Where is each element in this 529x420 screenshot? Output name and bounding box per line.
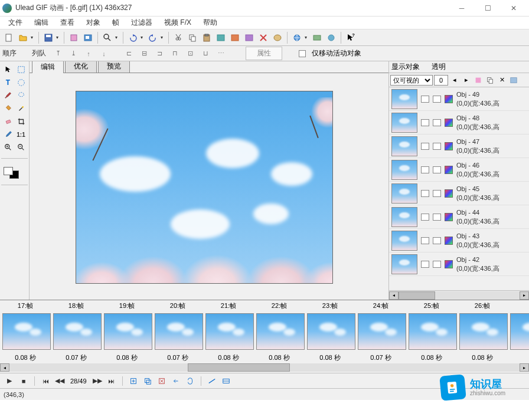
- menu-videofx[interactable]: 视频 F/X: [158, 17, 197, 29]
- frame-scroll-right-icon[interactable]: ▸: [520, 363, 529, 372]
- pointer-tool[interactable]: [2, 64, 14, 76]
- menu-object[interactable]: 对象: [80, 17, 106, 29]
- frame-scroll-thumb[interactable]: [188, 363, 290, 372]
- distribute-h-button[interactable]: ⋯: [215, 48, 227, 60]
- duplicate-frame-button[interactable]: [142, 376, 154, 386]
- new-button[interactable]: [2, 31, 15, 44]
- object-visible-checkbox[interactable]: [421, 96, 429, 103]
- scroll-left-icon[interactable]: ◂: [389, 291, 399, 300]
- scroll-right-icon[interactable]: ▸: [520, 291, 529, 300]
- cut-button[interactable]: [172, 31, 185, 44]
- copy-object-button[interactable]: [485, 75, 495, 86]
- frame-hscroll[interactable]: ◂ ▸: [0, 363, 529, 372]
- canvas[interactable]: [76, 91, 333, 284]
- first-frame-button[interactable]: ⏮: [40, 376, 51, 386]
- object-lock-checkbox[interactable]: [433, 261, 441, 268]
- register-button[interactable]: [325, 31, 338, 44]
- object-visible-checkbox[interactable]: [421, 143, 429, 150]
- object-lock-checkbox[interactable]: [433, 119, 441, 126]
- delete-object-button[interactable]: ✕: [497, 75, 507, 86]
- close-button[interactable]: ✕: [501, 0, 527, 17]
- scroll-thumb[interactable]: [399, 291, 435, 300]
- properties-button[interactable]: 属性: [246, 47, 282, 60]
- loop-button[interactable]: [184, 376, 196, 386]
- prev-frame-button[interactable]: ◀◀: [54, 376, 66, 386]
- align-top-button[interactable]: ⊓: [169, 48, 181, 60]
- object-hscroll[interactable]: ◂ ▸: [389, 290, 529, 300]
- menu-file[interactable]: 文件: [2, 17, 28, 29]
- redo-button[interactable]: [146, 31, 159, 44]
- align-bottom-button[interactable]: ⊔: [200, 48, 211, 60]
- last-frame-button[interactable]: ⏭: [106, 376, 117, 386]
- tab-optimize[interactable]: 优化: [65, 61, 97, 73]
- frame-thumbnail[interactable]: [459, 313, 508, 350]
- object-item[interactable]: Obj - 45(0,0)(宽:436,高: [389, 182, 529, 205]
- redo-dropdown-icon[interactable]: ▾: [161, 35, 165, 40]
- frame-thumbnail[interactable]: [409, 313, 457, 350]
- object-lock-checkbox[interactable]: [433, 166, 441, 173]
- object-item[interactable]: Obj - 42(0,0)(宽:436,高: [389, 252, 529, 276]
- object-lock-checkbox[interactable]: [433, 214, 441, 221]
- trans-up-button[interactable]: ▸: [461, 75, 472, 86]
- insert-image-button[interactable]: [214, 31, 227, 44]
- insert-video-button[interactable]: [228, 31, 241, 44]
- align-center-v-button[interactable]: ⊡: [184, 48, 196, 60]
- object-item[interactable]: Obj - 46(0,0)(宽:436,高: [389, 158, 529, 182]
- magic-wand-tool[interactable]: [15, 103, 27, 114]
- play-button[interactable]: ▶: [4, 376, 15, 386]
- add-frame-button[interactable]: [128, 376, 139, 386]
- copy-button[interactable]: [186, 31, 199, 44]
- object-visible-checkbox[interactable]: [421, 261, 429, 268]
- object-lock-checkbox[interactable]: [433, 143, 441, 150]
- tween-button[interactable]: [206, 376, 218, 386]
- ellipse-select-tool[interactable]: [15, 77, 27, 88]
- object-item[interactable]: Obj - 48(0,0)(宽:436,高: [389, 111, 529, 134]
- zoom-out-tool[interactable]: [15, 142, 27, 153]
- object-visible-checkbox[interactable]: [421, 166, 429, 173]
- lasso-tool[interactable]: [15, 90, 27, 101]
- open-button[interactable]: [17, 31, 30, 44]
- object-visible-checkbox[interactable]: [421, 237, 429, 244]
- settings-button[interactable]: [311, 31, 324, 44]
- open-dropdown-icon[interactable]: ▾: [31, 35, 35, 40]
- new-object-button[interactable]: [473, 75, 484, 86]
- zoom-dropdown-icon[interactable]: ▾: [115, 35, 120, 40]
- object-props-button[interactable]: [508, 75, 519, 86]
- select-tool[interactable]: [15, 64, 27, 76]
- next-frame-button[interactable]: ▶▶: [92, 376, 103, 386]
- transparency-input[interactable]: [434, 75, 448, 86]
- maximize-button[interactable]: ☐: [475, 0, 501, 17]
- object-visible-checkbox[interactable]: [421, 214, 429, 221]
- object-lock-checkbox[interactable]: [433, 190, 441, 197]
- trans-down-button[interactable]: ◂: [449, 75, 460, 86]
- crop-tool[interactable]: [15, 116, 27, 127]
- object-list[interactable]: Obj - 49(0,0)(宽:436,高Obj - 48(0,0)(宽:436…: [389, 87, 529, 290]
- web-button[interactable]: [290, 31, 303, 44]
- visibility-select[interactable]: 仅可视的: [390, 75, 433, 86]
- frame-thumbnail[interactable]: [104, 313, 152, 350]
- object-lock-checkbox[interactable]: [433, 96, 441, 103]
- align-left-button[interactable]: ⊏: [123, 48, 135, 60]
- bring-front-button[interactable]: ⤒: [52, 48, 64, 60]
- save-button[interactable]: [42, 31, 55, 44]
- brush-tool[interactable]: [2, 90, 14, 101]
- frame-thumbnail[interactable]: [53, 313, 102, 350]
- delete-frame-button[interactable]: [156, 376, 168, 386]
- tab-edit[interactable]: 编辑: [32, 61, 64, 73]
- help-pointer-button[interactable]: ?: [344, 31, 357, 44]
- menu-filter[interactable]: 过滤器: [125, 17, 158, 29]
- frame-thumbnail[interactable]: [510, 313, 529, 350]
- color-swatch[interactable]: [4, 167, 28, 181]
- tab-preview[interactable]: 预览: [98, 61, 130, 73]
- object-item[interactable]: Obj - 44(0,0)(宽:436,高: [389, 205, 529, 229]
- eyedropper-tool[interactable]: [2, 129, 14, 140]
- align-center-h-button[interactable]: ⊟: [138, 48, 150, 60]
- move-up-button[interactable]: ↑: [83, 48, 94, 60]
- frame-thumbnail[interactable]: [307, 313, 355, 350]
- palette-button[interactable]: [271, 31, 284, 44]
- zoom-in-tool[interactable]: [2, 142, 14, 153]
- object-item[interactable]: Obj - 47(0,0)(宽:436,高: [389, 134, 529, 158]
- menu-view[interactable]: 查看: [54, 17, 80, 29]
- object-item[interactable]: Obj - 43(0,0)(宽:436,高: [389, 229, 529, 252]
- foreground-color[interactable]: [4, 167, 13, 175]
